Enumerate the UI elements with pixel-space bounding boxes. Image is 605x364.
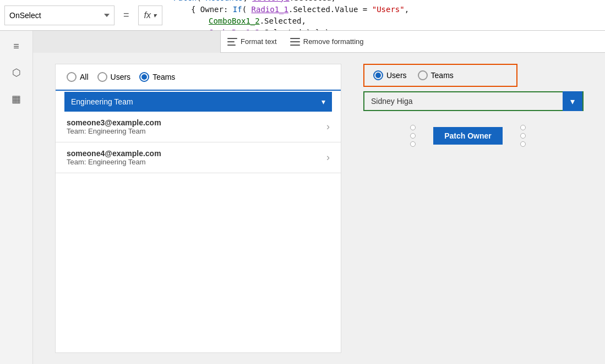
event-select[interactable]: OnSelect xyxy=(4,5,115,25)
chevron-right-icon: › xyxy=(326,121,330,133)
radio-users[interactable]: Users xyxy=(97,72,131,82)
code-patch: Patch xyxy=(173,0,197,2)
sidebar-components-icon[interactable]: ⬡ xyxy=(8,64,25,81)
dropdown-right-arrow-btn[interactable]: ▾ xyxy=(563,91,582,111)
radio-teams-circle xyxy=(139,72,149,82)
sidebar-screens-icon[interactable]: ▦ xyxy=(8,90,25,108)
format-text-button[interactable]: Format text xyxy=(227,37,277,46)
selection-handle-tl[interactable] xyxy=(410,125,416,130)
fx-button[interactable]: fx ▾ xyxy=(138,5,162,25)
sidebar-hamburger-icon[interactable]: ≡ xyxy=(8,37,25,55)
dropdown-chevron-icon: ▾ xyxy=(570,96,575,107)
formula-bar: OnSelect = fx ▾ Patch( Accounts, Gallery… xyxy=(0,0,605,31)
selection-handle-tr[interactable] xyxy=(520,125,526,130)
radio-users-circle xyxy=(97,72,107,82)
canvas-area: All Users Teams Engineering Team ▾ someo… xyxy=(33,53,605,364)
radio-right-users[interactable]: Users xyxy=(373,70,407,80)
patch-owner-button[interactable]: Patch Owner xyxy=(433,127,503,145)
dropdown-arrow-icon: ▾ xyxy=(321,97,325,106)
selection-handle-bl[interactable] xyxy=(410,141,416,147)
radio-box-right: Users Teams xyxy=(363,64,517,87)
list-item[interactable]: someone3@example.com Team: Engineering T… xyxy=(56,112,341,142)
right-canvas-panel: Users Teams Sidney Higa ▾ Patch Owner xyxy=(363,64,605,353)
selection-handle-ml[interactable] xyxy=(410,133,416,139)
radio-right-teams[interactable]: Teams xyxy=(418,70,454,80)
format-bar: Format text Remove formatting xyxy=(220,31,605,53)
engineering-team-dropdown[interactable]: Engineering Team ▾ xyxy=(64,92,332,112)
selection-handle-br[interactable] xyxy=(520,141,526,147)
radio-group-left: All Users Teams xyxy=(56,64,341,91)
radio-right-users-circle xyxy=(373,70,383,80)
radio-teams[interactable]: Teams xyxy=(139,72,175,82)
radio-all-circle xyxy=(67,72,77,82)
selection-handle-mr[interactable] xyxy=(520,133,526,139)
formula-code-area[interactable]: Patch( Accounts, Gallery1.Selected, { Ow… xyxy=(167,0,605,30)
left-sidebar: ≡ ⬡ ▦ xyxy=(0,31,33,364)
patch-owner-area: Patch Owner xyxy=(413,122,523,150)
left-canvas-panel: All Users Teams Engineering Team ▾ someo… xyxy=(55,64,341,353)
remove-formatting-icon xyxy=(290,38,300,46)
radio-all[interactable]: All xyxy=(67,72,89,82)
list-item[interactable]: someone4@example.com Team: Engineering T… xyxy=(56,142,341,173)
equals-sign: = xyxy=(123,9,129,21)
chevron-right-icon: › xyxy=(326,152,330,163)
remove-formatting-button[interactable]: Remove formatting xyxy=(290,37,364,46)
right-dropdown[interactable]: Sidney Higa ▾ xyxy=(363,91,584,111)
radio-right-teams-circle xyxy=(418,70,428,80)
format-text-icon xyxy=(227,38,237,46)
